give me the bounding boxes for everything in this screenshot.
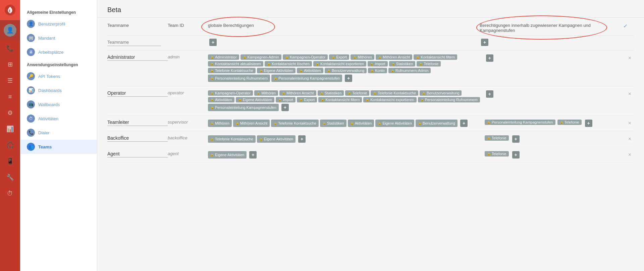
add-global-perm-row-button[interactable]: + bbox=[298, 135, 306, 143]
lock-icon: 🔒 bbox=[420, 98, 424, 101]
lock-icon: 🔒 bbox=[487, 152, 491, 155]
add-global-perm-row-button[interactable]: + bbox=[345, 75, 352, 82]
perm-tag: 🔒Telefonie bbox=[345, 90, 369, 96]
perm-tag: 🔒Kontaktansicht löschen bbox=[265, 61, 312, 66]
mandant-icon: 🏢 bbox=[27, 34, 35, 42]
sidebar-item-mandant[interactable]: 🏢 Mandant bbox=[20, 31, 97, 45]
lock-icon: 🔒 bbox=[320, 91, 324, 95]
lock-icon: 🔒 bbox=[210, 55, 214, 59]
col-header-campaign: Berechtigungen innerhalb zugewiesener Ka… bbox=[480, 23, 621, 33]
add-global-perm-button[interactable]: + bbox=[209, 39, 217, 46]
lock-icon: 🔒 bbox=[418, 122, 422, 125]
global-perm-tags: 🔒Mithören🔒Mithören Ansicht🔒Telefonie Kon… bbox=[208, 120, 485, 127]
delete-team-button[interactable]: × bbox=[626, 136, 634, 142]
new-teamname-input[interactable] bbox=[107, 39, 161, 46]
lock-icon: 🔒 bbox=[487, 136, 491, 140]
sidebar-item-wallboards[interactable]: 📺 Wallboards bbox=[20, 97, 97, 111]
lock-icon: 🔒 bbox=[370, 62, 374, 65]
icon-bar-clock[interactable]: ⏱ bbox=[0, 185, 20, 201]
icon-bar-headset[interactable]: 🎧 bbox=[0, 137, 20, 153]
user-avatar[interactable]: 👤 bbox=[0, 20, 20, 40]
table-row: Agentagent🔒Eigene Aktivitäten+🔒Telefonie… bbox=[107, 147, 634, 163]
api-tokens-icon: 🔑 bbox=[27, 72, 35, 80]
campaign-perms-cell: 🔒Telefonie+ bbox=[485, 151, 626, 159]
icon-bar-tool[interactable]: 🔧 bbox=[0, 169, 20, 185]
lock-icon: 🔒 bbox=[378, 55, 382, 59]
add-global-perm-row-button[interactable]: + bbox=[460, 120, 468, 127]
lock-icon: 🔒 bbox=[235, 122, 239, 125]
add-campaign-perm-row-button[interactable]: + bbox=[486, 90, 493, 98]
sidebar-item-teams[interactable]: 👥 Teams bbox=[20, 140, 97, 154]
icon-bar-list[interactable]: ☰ bbox=[0, 73, 20, 89]
team-id: supervisor bbox=[168, 120, 188, 125]
perm-tag: 🔒Benutzerverwaltung bbox=[416, 120, 458, 127]
table-row: Teamleitersupervisor🔒Mithören🔒Mithören A… bbox=[107, 116, 634, 131]
add-campaign-perm-row-button[interactable]: + bbox=[512, 135, 520, 143]
delete-team-button[interactable]: × bbox=[626, 152, 634, 158]
campaign-perm-tag: 🔒Telefonie bbox=[557, 120, 582, 125]
delete-team-button[interactable]: × bbox=[626, 120, 634, 126]
perm-tag: 🔒Aktivitäten bbox=[208, 97, 234, 102]
perm-tag: 🔒Eigene Aktivitäten bbox=[257, 135, 296, 143]
sidebar-item-dialer[interactable]: 📞 Dialer bbox=[20, 126, 97, 140]
check-icon[interactable]: ✓ bbox=[623, 23, 628, 29]
icon-bar-settings[interactable]: ⚙ bbox=[0, 105, 20, 121]
add-campaign-perm-row-button[interactable]: + bbox=[486, 54, 493, 62]
lock-icon: 🔒 bbox=[331, 55, 335, 59]
perm-tag: 🔒Personaleinteilung Kampagnenstufen bbox=[208, 104, 279, 111]
benutzerprofil-icon: 👤 bbox=[27, 20, 35, 28]
perm-tag: 🔒Kontaktansicht filtern bbox=[414, 54, 457, 60]
perm-tag: 🔒Personaleinteilung Kampagnenstufen bbox=[271, 75, 342, 82]
dialer-label: Dialer bbox=[38, 130, 50, 135]
team-name: Backoffice bbox=[107, 135, 168, 142]
teams-icon: 👥 bbox=[27, 143, 35, 151]
lock-icon: 🔒 bbox=[416, 55, 420, 59]
sidebar-item-api-tokens[interactable]: 🔑 API Tokens bbox=[20, 69, 97, 83]
icon-bar-phone[interactable]: 📞 bbox=[0, 40, 20, 56]
perm-tag: 🔒Kontaktansicht exportieren bbox=[313, 61, 366, 66]
add-campaign-perm-row-button[interactable]: + bbox=[512, 151, 520, 159]
perm-tag: 🔒Konto bbox=[368, 68, 387, 73]
avatar-circle: 👤 bbox=[4, 24, 16, 37]
sidebar-item-dashboards[interactable]: 📊 Dashboards bbox=[20, 83, 97, 97]
page-header: Beta bbox=[97, 0, 644, 17]
lock-icon: 🔒 bbox=[487, 121, 491, 124]
campaign-perm-tag: 🔒Telefonie bbox=[485, 135, 509, 141]
main-content: Beta Teamname Team ID globale Berechtigu… bbox=[97, 0, 644, 271]
lock-icon: 🔒 bbox=[267, 62, 271, 65]
icon-bar-grid[interactable]: ⊞ bbox=[0, 56, 20, 73]
team-name-cell: Agent bbox=[107, 151, 168, 157]
add-global-perm-row-button[interactable]: + bbox=[281, 104, 289, 111]
team-name-cell: Backoffice bbox=[107, 135, 168, 142]
icon-bar-phone2[interactable]: 📱 bbox=[0, 153, 20, 169]
sidebar-item-aktivitaeten[interactable]: ⏱ Aktivitäten bbox=[20, 111, 97, 126]
perm-tag: 🔒Telefonie bbox=[417, 61, 441, 66]
sidebar-item-arbeitsplaetze[interactable]: 🖥 Arbeitsplätze bbox=[20, 45, 97, 59]
aktivitaeten-icon: ⏱ bbox=[27, 115, 35, 123]
table-header: Teamname Team ID globale Berechtigungen … bbox=[107, 17, 634, 36]
campaign-perms-cell: + bbox=[485, 90, 626, 98]
lock-icon: 🔒 bbox=[327, 69, 331, 72]
team-name: Operator bbox=[107, 90, 168, 97]
app-logo[interactable] bbox=[0, 0, 20, 20]
team-id: backoffice bbox=[168, 135, 187, 140]
sidebar-item-benutzerprofil[interactable]: 👤 Benutzerprofil bbox=[20, 17, 97, 31]
icon-bar-chart[interactable]: 📊 bbox=[0, 121, 20, 137]
lock-icon: 🔒 bbox=[316, 62, 319, 65]
teams-label: Teams bbox=[38, 144, 52, 149]
lock-icon: 🔒 bbox=[210, 62, 214, 65]
delete-team-button[interactable]: × bbox=[626, 55, 634, 61]
perm-tag: 🔒Kontaktansicht filtern bbox=[318, 97, 362, 102]
team-name: Agent bbox=[107, 151, 168, 157]
lock-icon: 🔒 bbox=[210, 91, 214, 95]
add-campaign-perm-button[interactable]: + bbox=[481, 39, 488, 46]
add-campaign-perm-row-button[interactable]: + bbox=[585, 120, 592, 127]
icon-bar-layers[interactable]: ≡ bbox=[0, 89, 20, 105]
lock-icon: 🔒 bbox=[299, 69, 303, 72]
global-perm-tags: 🔒Kampagnen-Operator🔒Mithören🔒Mithören An… bbox=[208, 90, 485, 111]
perm-tag: 🔒Aktivitäten bbox=[348, 120, 374, 127]
add-global-perm-row-button[interactable]: + bbox=[249, 151, 257, 159]
delete-team-button[interactable]: × bbox=[626, 91, 634, 97]
lock-icon: 🔒 bbox=[321, 98, 324, 101]
perm-tag: 🔒Personaleinteilung Rufnummern bbox=[208, 75, 270, 82]
